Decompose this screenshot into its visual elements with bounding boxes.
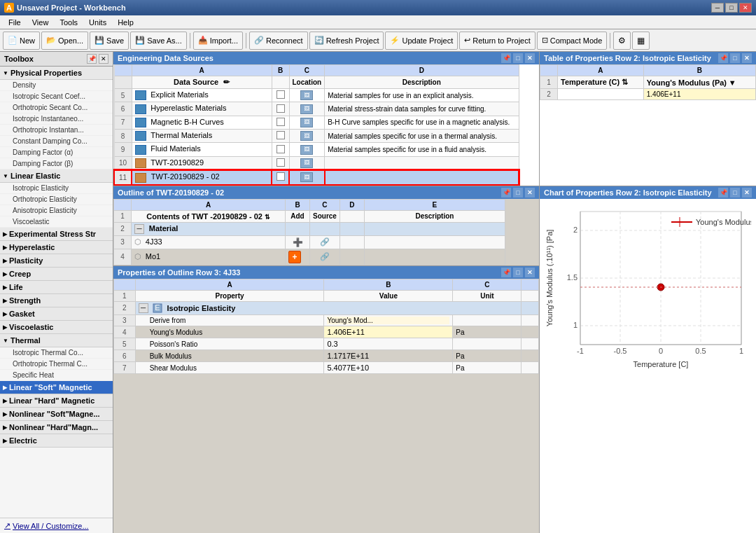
maximize-button[interactable]: □: [725, 3, 738, 13]
section-linear-hard-magnetic-header[interactable]: ▶ Linear "Hard" Magnetic: [0, 394, 113, 408]
menu-view[interactable]: View: [27, 17, 55, 28]
tp-pin[interactable]: 📌: [718, 53, 728, 63]
chart-controls[interactable]: 📌 □ ✕: [718, 188, 752, 198]
props-row-derive[interactable]: 3 Derive from: [114, 315, 539, 326]
tp-row-2-value[interactable]: 1.406E+11: [643, 89, 755, 100]
outline-close[interactable]: ✕: [525, 188, 535, 198]
return-button[interactable]: ↩ Return to Project: [459, 32, 536, 50]
outline-row-4j33[interactable]: 3 ⬡ 4J33 ➕ 🔗: [114, 235, 505, 249]
outline-row-3-b[interactable]: ➕: [286, 235, 310, 249]
eng-data-close[interactable]: ✕: [525, 53, 535, 63]
checkbox-6[interactable]: [276, 104, 285, 113]
section-linear-elastic-header[interactable]: ▼ Linear Elastic: [0, 169, 113, 183]
toolbox-item-orthotropic-instantaneous[interactable]: Orthotropic Instantan...: [0, 125, 113, 136]
toolbox-item-orthotropic-secant[interactable]: Orthotropic Secant Co...: [0, 102, 113, 113]
derive-from-input[interactable]: [327, 317, 449, 324]
props-row-7-value[interactable]: 5.4077E+10: [324, 362, 453, 374]
section-linear-soft-magnetic-header[interactable]: ▶ Linear "Soft" Magnetic: [0, 381, 113, 394]
props-row-bulk[interactable]: 6 Bulk Modulus 1.1717E+11 Pa: [114, 350, 539, 362]
import-button[interactable]: 📥 Import...: [193, 32, 243, 50]
menu-tools[interactable]: Tools: [54, 17, 83, 28]
toolbox-item-density[interactable]: Density: [0, 80, 113, 91]
section-gasket-header[interactable]: ▶ Gasket: [0, 307, 113, 321]
outline-controls[interactable]: 📌 □ ✕: [501, 188, 535, 198]
section-electric-header[interactable]: ▶ Electric: [0, 434, 113, 448]
section-strength-header[interactable]: ▶ Strength: [0, 294, 113, 307]
tp-col-b-filter[interactable]: ▼: [729, 78, 736, 87]
table-row[interactable]: 5 Explicit Materials 🖼 Material samples …: [114, 89, 519, 102]
outline-row-4-b[interactable]: +: [286, 249, 310, 265]
reconnect-button[interactable]: 🔗 Reconnect: [249, 32, 308, 50]
chart-pin[interactable]: 📌: [718, 188, 728, 198]
tp-data-row[interactable]: 2 1.406E+11: [540, 89, 756, 100]
props-pin[interactable]: 📌: [501, 268, 511, 277]
props-row-4-value[interactable]: 1.406E+11: [324, 326, 453, 338]
section-creep-header[interactable]: ▶ Creep: [0, 268, 113, 281]
outline-sort-icon[interactable]: ⇅: [265, 214, 270, 221]
update-button[interactable]: ⚡ Update Project: [385, 32, 458, 50]
checkbox-11[interactable]: [276, 172, 285, 181]
props-row-5-value[interactable]: 0.3: [324, 338, 453, 350]
tp-float[interactable]: □: [730, 53, 740, 63]
section-thermal-header[interactable]: ▼ Thermal: [0, 334, 113, 347]
chain-icon-3[interactable]: 🔗: [320, 237, 330, 246]
table-row-selected[interactable]: 11 TWT-20190829 - 02 🖼: [114, 170, 519, 184]
chain-icon-4[interactable]: 🔗: [320, 252, 330, 261]
open-button[interactable]: 📂 Open...: [41, 32, 88, 50]
checkbox-8[interactable]: [276, 131, 285, 139]
table-row[interactable]: 6 Hyperelastic Materials 🖼 Material stre…: [114, 102, 519, 116]
table-row[interactable]: 9 Fluid Materials 🖼 Material samples spe…: [114, 143, 519, 156]
section-experimental-header[interactable]: ▶ Experimental Stress Str: [0, 228, 113, 241]
toolbox-item-isotropic-instantaneous[interactable]: Isotropic Instantaneo...: [0, 113, 113, 125]
checkbox-9[interactable]: [276, 145, 285, 153]
row-5-cb[interactable]: [272, 89, 289, 102]
minimize-button[interactable]: ─: [711, 3, 724, 13]
props-row-shear[interactable]: 7 Shear Modulus 5.4077E+10 Pa: [114, 362, 539, 374]
toolbox-item-damping-beta[interactable]: Damping Factor (β): [0, 158, 113, 169]
props-row-6-value[interactable]: 1.1717E+11: [324, 350, 453, 362]
outline-row-mo1[interactable]: 4 ⬡ Mo1 +: [114, 249, 505, 265]
row-7-cb[interactable]: [272, 116, 289, 129]
eng-data-controls[interactable]: 📌 □ ✕: [501, 53, 535, 63]
collapse-btn[interactable]: ─: [134, 224, 144, 234]
section-nonlinear-hard-header[interactable]: ▶ Nonlinear "Hard"Magn...: [0, 421, 113, 434]
save-as-button[interactable]: 💾 Save As...: [130, 32, 187, 50]
checkbox-10[interactable]: [276, 158, 285, 167]
toolbox-item-damping-alpha[interactable]: Damping Factor (α): [0, 147, 113, 158]
toolbox-item-specific-heat[interactable]: Specific Heat: [0, 370, 113, 381]
section-nonlinear-soft-header[interactable]: ▶ Nonlinear "Soft"Magne...: [0, 408, 113, 421]
outline-row-4-c[interactable]: 🔗: [310, 249, 340, 265]
toolbox-item-orthotropic-elasticity[interactable]: Orthotropic Elasticity: [0, 194, 113, 205]
toolbox-controls[interactable]: 📌 ✕: [87, 54, 108, 64]
eng-data-float[interactable]: □: [513, 53, 523, 63]
add-to-engineering-data-button[interactable]: +: [288, 251, 301, 263]
tp-close[interactable]: ✕: [742, 53, 752, 63]
table-row[interactable]: 8 Thermal Materials 🖼 Material samples s…: [114, 130, 519, 143]
section-plasticity-header[interactable]: ▶ Plasticity: [0, 254, 113, 268]
props-float[interactable]: □: [513, 268, 523, 277]
toolbox-item-isotropic-elasticity[interactable]: Isotropic Elasticity: [0, 183, 113, 194]
row-8-cb[interactable]: [272, 130, 289, 143]
checkbox-5[interactable]: [276, 90, 285, 99]
section-physical-properties-header[interactable]: ▼ Physical Properties: [0, 67, 113, 80]
checkbox-7[interactable]: [276, 118, 285, 126]
table-row[interactable]: 7 Magnetic B-H Curves 🖼 B-H Curve sample…: [114, 116, 519, 129]
add-icon-3[interactable]: ➕: [293, 237, 303, 247]
section-hyperelastic-header[interactable]: ▶ Hyperelastic: [0, 241, 113, 254]
menu-help[interactable]: Help: [112, 17, 139, 28]
chart-float[interactable]: □: [730, 188, 740, 198]
outline-float[interactable]: □: [513, 188, 523, 198]
props-collapse-btn[interactable]: ─: [139, 303, 148, 313]
save-button[interactable]: 💾 Save: [90, 32, 129, 50]
table-row[interactable]: 10 TWT-20190829 🖼: [114, 156, 519, 170]
props-row-3-value[interactable]: [324, 315, 453, 326]
row-10-cb[interactable]: [272, 156, 289, 170]
chart-close[interactable]: ✕: [742, 188, 752, 198]
view-all-link[interactable]: ↗ View All / Customize...: [0, 518, 113, 533]
menu-units[interactable]: Units: [83, 17, 112, 28]
menu-file[interactable]: File: [3, 17, 27, 28]
props-row-poisson[interactable]: 5 Poisson's Ratio 0.3: [114, 338, 539, 350]
props-controls[interactable]: 📌 □ ✕: [501, 268, 535, 277]
toolbox-item-orthotropic-thermal[interactable]: Orthotropic Thermal C...: [0, 359, 113, 370]
refresh-button[interactable]: 🔄 Refresh Project: [309, 32, 384, 50]
